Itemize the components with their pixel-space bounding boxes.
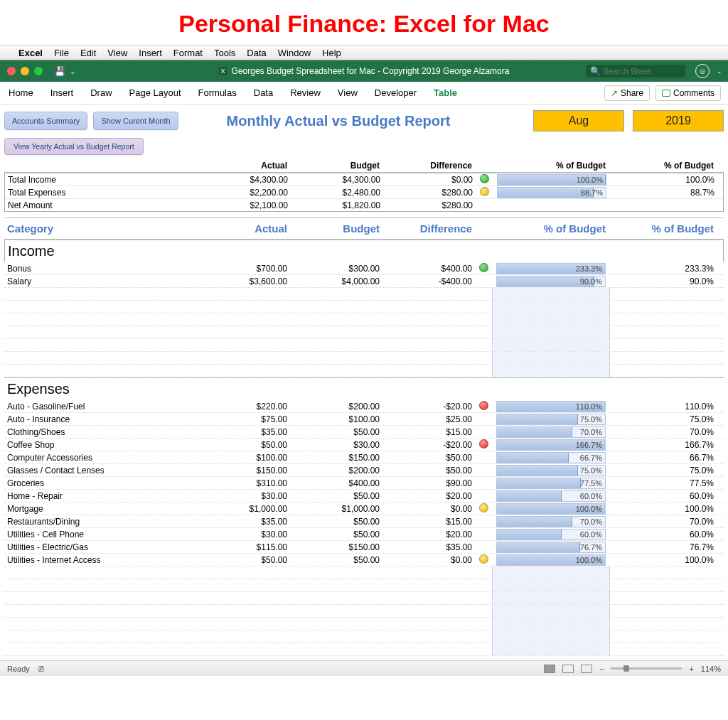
menu-format[interactable]: Format <box>173 48 203 58</box>
window-minimize-button[interactable] <box>21 67 29 75</box>
show-current-month-button[interactable]: Show Curent Month <box>93 112 178 130</box>
table-row[interactable]: Home - Repair $30.00 $50.00 $20.00 60.0%… <box>4 490 724 503</box>
cell-budget[interactable]: $100.00 <box>290 413 382 426</box>
zoom-out-button[interactable]: − <box>599 665 604 673</box>
tab-draw[interactable]: Draw <box>89 85 113 101</box>
summary-row[interactable]: Total Income $4,300.00 $4,300.00 $0.00 1… <box>5 173 723 186</box>
cell-pct-bar[interactable]: 166.7% <box>492 438 610 452</box>
share-button[interactable]: ↗Share <box>604 85 650 101</box>
summary-diff[interactable]: $280.00 <box>383 199 476 212</box>
cell-budget[interactable]: $150.00 <box>290 451 382 464</box>
cell-difference[interactable]: -$20.00 <box>382 400 475 413</box>
search-input[interactable] <box>604 67 681 75</box>
cell-actual[interactable]: $3,600.00 <box>198 275 290 288</box>
search-sheet-box[interactable]: 🔍 <box>586 65 685 77</box>
tab-review[interactable]: Review <box>289 85 322 101</box>
cell-pct-bar[interactable]: 100.0% <box>492 553 610 567</box>
cell-actual[interactable]: $115.00 <box>198 541 290 554</box>
summary-budget[interactable]: $1,820.00 <box>291 199 383 212</box>
cell-difference[interactable]: $20.00 <box>382 490 475 503</box>
table-row[interactable]: Groceries $310.00 $400.00 $90.00 77.5% 7… <box>4 477 724 490</box>
tab-home[interactable]: Home <box>7 85 35 101</box>
menu-file[interactable]: File <box>54 48 69 58</box>
cell-pct-bar[interactable]: 76.7% <box>492 540 610 554</box>
cell-pct[interactable]: 60.0% <box>610 490 717 503</box>
cell-difference[interactable]: $50.00 <box>382 464 475 477</box>
table-row[interactable]: Salary $3,600.00 $4,000.00 -$400.00 90.0… <box>4 275 724 288</box>
cell-actual[interactable]: $30.00 <box>198 490 290 503</box>
cell-actual[interactable]: $35.00 <box>198 426 290 439</box>
cell-pct-bar[interactable]: 70.0% <box>492 425 610 439</box>
cell-pct-bar[interactable]: 75.0% <box>492 463 610 478</box>
cell-actual[interactable]: $35.00 <box>198 515 290 528</box>
cell-actual[interactable]: $50.00 <box>198 554 290 566</box>
cell-pct[interactable]: 110.0% <box>610 400 717 413</box>
summary-diff[interactable]: $0.00 <box>383 173 476 186</box>
cell-pct-bar[interactable]: 60.0% <box>492 489 610 503</box>
cell-category[interactable]: Utilities - Cell Phone <box>4 528 198 541</box>
cell-category[interactable]: Auto - Gasoline/Fuel <box>4 400 198 413</box>
cell-budget[interactable]: $200.00 <box>290 464 382 477</box>
cell-pct[interactable]: 76.7% <box>610 541 717 554</box>
cell-pct-bar[interactable]: 110.0% <box>492 399 610 414</box>
tab-data[interactable]: Data <box>252 85 274 101</box>
table-row[interactable]: Clothing/Shoes $35.00 $50.00 $15.00 70.0… <box>4 426 724 439</box>
cell-category[interactable]: Mortgage <box>4 503 198 515</box>
cell-budget[interactable]: $50.00 <box>290 490 382 503</box>
cell-difference[interactable]: $35.00 <box>382 541 475 554</box>
cell-pct-bar[interactable]: 90.0% <box>492 274 610 289</box>
cell-actual[interactable]: $100.00 <box>198 451 290 464</box>
cell-category[interactable]: Restaurants/Dining <box>4 515 198 528</box>
cell-budget[interactable]: $150.00 <box>290 541 382 554</box>
cell-difference[interactable]: $0.00 <box>382 554 475 566</box>
cell-category[interactable]: Salary <box>4 275 198 288</box>
menu-edit[interactable]: Edit <box>80 48 96 58</box>
cell-pct-bar[interactable]: 66.7% <box>492 451 610 465</box>
cell-pct[interactable]: 100.0% <box>610 503 717 515</box>
cell-category[interactable]: Bonus <box>4 262 198 275</box>
cell-category[interactable]: Utilities - Electric/Gas <box>4 541 198 554</box>
cell-actual[interactable]: $1,000.00 <box>198 503 290 515</box>
cell-actual[interactable]: $150.00 <box>198 464 290 477</box>
summary-pct-bar[interactable] <box>493 204 611 207</box>
report-year[interactable]: 2019 <box>633 110 724 131</box>
cell-pct-bar[interactable]: 75.0% <box>492 412 610 426</box>
cell-pct[interactable]: 233.3% <box>610 262 717 275</box>
cell-pct[interactable]: 70.0% <box>610 515 717 528</box>
summary-row[interactable]: Net Amount $2,100.00 $1,820.00 $280.00 <box>5 198 723 211</box>
summary-label[interactable]: Total Income <box>5 173 198 186</box>
table-row[interactable]: Utilities - Electric/Gas $115.00 $150.00… <box>4 541 724 554</box>
cell-pct[interactable]: 60.0% <box>610 528 717 541</box>
table-row[interactable]: Auto - Gasoline/Fuel $220.00 $200.00 -$2… <box>4 400 724 413</box>
save-icon[interactable]: 💾 <box>54 66 65 77</box>
menu-help[interactable]: Help <box>322 48 341 58</box>
summary-pct-bar[interactable]: 100.0% <box>493 173 611 187</box>
table-row[interactable]: Mortgage $1,000.00 $1,000.00 $0.00 100.0… <box>4 503 724 515</box>
cell-difference[interactable]: $15.00 <box>382 426 475 439</box>
cell-difference[interactable]: $0.00 <box>382 503 475 515</box>
cell-pct[interactable]: 66.7% <box>610 451 717 464</box>
menu-data[interactable]: Data <box>247 48 266 58</box>
cell-category[interactable]: Auto - Insurance <box>4 413 198 426</box>
tab-view[interactable]: View <box>336 85 359 101</box>
cell-budget[interactable]: $1,000.00 <box>290 503 382 515</box>
summary-actual[interactable]: $2,100.00 <box>198 199 291 212</box>
summary-row[interactable]: Total Expenses $2,200.00 $2,480.00 $280.… <box>5 186 723 198</box>
cell-difference[interactable]: $90.00 <box>382 477 475 490</box>
window-zoom-button[interactable] <box>34 67 43 75</box>
cell-pct[interactable]: 166.7% <box>610 439 717 451</box>
cell-difference[interactable]: $400.00 <box>382 262 475 275</box>
summary-actual[interactable]: $2,200.00 <box>198 186 291 199</box>
table-row[interactable]: Computer Accessories $100.00 $150.00 $50… <box>4 451 724 464</box>
cell-difference[interactable]: -$20.00 <box>382 439 475 451</box>
cell-pct[interactable]: 77.5% <box>610 477 717 490</box>
summary-budget[interactable]: $4,300.00 <box>291 173 383 186</box>
summary-pct-bar[interactable]: 88.7% <box>493 186 611 200</box>
cell-difference[interactable]: $20.00 <box>382 528 475 541</box>
summary-label[interactable]: Net Amount <box>5 199 198 212</box>
cell-pct[interactable]: 100.0% <box>610 554 717 566</box>
cell-pct-bar[interactable]: 233.3% <box>492 262 610 276</box>
table-row[interactable]: Restaurants/Dining $35.00 $50.00 $15.00 … <box>4 515 724 528</box>
cell-budget[interactable]: $30.00 <box>290 439 382 451</box>
cell-actual[interactable]: $50.00 <box>198 439 290 451</box>
